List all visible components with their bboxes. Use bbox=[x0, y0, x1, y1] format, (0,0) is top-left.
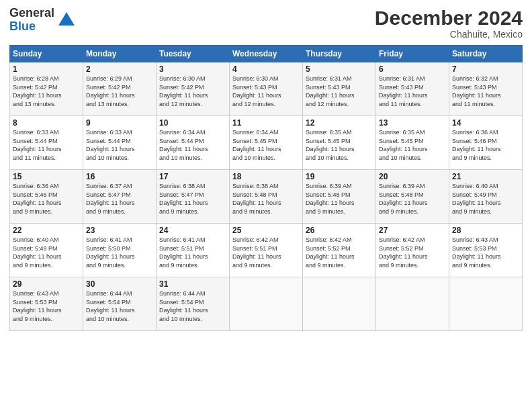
day-number: 18 bbox=[232, 172, 300, 181]
day-number: 10 bbox=[159, 118, 226, 128]
calendar-cell: 14Sunrise: 6:36 AM Sunset: 5:46 PM Dayli… bbox=[449, 116, 523, 170]
subtitle: Chahuite, Mexico bbox=[375, 29, 523, 40]
calendar-week-2: 8Sunrise: 6:33 AM Sunset: 5:44 PM Daylig… bbox=[10, 116, 523, 170]
day-info: Sunrise: 6:41 AM Sunset: 5:50 PM Dayligh… bbox=[86, 236, 153, 269]
day-info: Sunrise: 6:29 AM Sunset: 5:42 PM Dayligh… bbox=[86, 75, 153, 108]
calendar-cell: 26Sunrise: 6:42 AM Sunset: 5:52 PM Dayli… bbox=[303, 224, 376, 277]
day-info: Sunrise: 6:38 AM Sunset: 5:48 PM Dayligh… bbox=[232, 182, 300, 216]
calendar-cell: 21Sunrise: 6:40 AM Sunset: 5:49 PM Dayli… bbox=[449, 170, 523, 224]
day-number: 28 bbox=[452, 226, 519, 235]
col-saturday: Saturday bbox=[449, 46, 523, 62]
day-number: 6 bbox=[379, 64, 446, 74]
day-info: Sunrise: 6:44 AM Sunset: 5:54 PM Dayligh… bbox=[86, 289, 153, 323]
day-info: Sunrise: 6:36 AM Sunset: 5:46 PM Dayligh… bbox=[452, 128, 519, 162]
calendar-cell: 5Sunrise: 6:31 AM Sunset: 5:43 PM Daylig… bbox=[303, 62, 376, 116]
col-sunday: Sunday bbox=[10, 46, 83, 62]
day-number: 15 bbox=[13, 172, 80, 181]
day-number: 7 bbox=[452, 64, 519, 74]
day-info: Sunrise: 6:31 AM Sunset: 5:43 PM Dayligh… bbox=[379, 75, 446, 108]
calendar-cell: 22Sunrise: 6:40 AM Sunset: 5:49 PM Dayli… bbox=[10, 224, 83, 277]
calendar-header-row: Sunday Monday Tuesday Wednesday Thursday… bbox=[10, 46, 523, 62]
day-info: Sunrise: 6:44 AM Sunset: 5:54 PM Dayligh… bbox=[159, 289, 226, 323]
day-info: Sunrise: 6:42 AM Sunset: 5:51 PM Dayligh… bbox=[232, 236, 300, 269]
col-tuesday: Tuesday bbox=[157, 46, 230, 62]
title-section: December 2024 Chahuite, Mexico bbox=[375, 7, 523, 40]
day-number: 4 bbox=[232, 64, 300, 74]
svg-marker-0 bbox=[58, 12, 75, 26]
day-number: 17 bbox=[159, 172, 226, 181]
calendar-week-4: 22Sunrise: 6:40 AM Sunset: 5:49 PM Dayli… bbox=[10, 224, 523, 277]
day-number: 1 bbox=[13, 64, 80, 74]
calendar-cell: 6Sunrise: 6:31 AM Sunset: 5:43 PM Daylig… bbox=[376, 62, 449, 116]
day-info: Sunrise: 6:43 AM Sunset: 5:53 PM Dayligh… bbox=[452, 236, 519, 269]
day-info: Sunrise: 6:38 AM Sunset: 5:47 PM Dayligh… bbox=[159, 182, 226, 216]
day-number: 8 bbox=[13, 118, 80, 128]
day-info: Sunrise: 6:33 AM Sunset: 5:44 PM Dayligh… bbox=[86, 128, 153, 162]
logo-icon bbox=[57, 11, 76, 30]
calendar-week-1: 1Sunrise: 6:28 AM Sunset: 5:42 PM Daylig… bbox=[10, 62, 523, 116]
day-info: Sunrise: 6:42 AM Sunset: 5:52 PM Dayligh… bbox=[379, 236, 446, 269]
day-info: Sunrise: 6:35 AM Sunset: 5:45 PM Dayligh… bbox=[379, 128, 446, 162]
calendar-cell: 15Sunrise: 6:36 AM Sunset: 5:46 PM Dayli… bbox=[10, 170, 83, 224]
day-number: 11 bbox=[232, 118, 300, 128]
calendar-cell: 7Sunrise: 6:32 AM Sunset: 5:43 PM Daylig… bbox=[449, 62, 523, 116]
calendar-cell: 12Sunrise: 6:35 AM Sunset: 5:45 PM Dayli… bbox=[303, 116, 376, 170]
day-info: Sunrise: 6:30 AM Sunset: 5:43 PM Dayligh… bbox=[232, 75, 300, 108]
day-number: 14 bbox=[452, 118, 519, 128]
day-number: 20 bbox=[379, 172, 446, 181]
day-number: 26 bbox=[306, 226, 373, 235]
calendar-cell bbox=[230, 277, 303, 331]
calendar-cell: 2Sunrise: 6:29 AM Sunset: 5:42 PM Daylig… bbox=[83, 62, 157, 116]
day-info: Sunrise: 6:40 AM Sunset: 5:49 PM Dayligh… bbox=[13, 236, 80, 269]
calendar-cell: 4Sunrise: 6:30 AM Sunset: 5:43 PM Daylig… bbox=[230, 62, 303, 116]
calendar-cell: 16Sunrise: 6:37 AM Sunset: 5:47 PM Dayli… bbox=[83, 170, 157, 224]
calendar-cell: 18Sunrise: 6:38 AM Sunset: 5:48 PM Dayli… bbox=[230, 170, 303, 224]
calendar-cell: 28Sunrise: 6:43 AM Sunset: 5:53 PM Dayli… bbox=[449, 224, 523, 277]
calendar-cell bbox=[449, 277, 523, 331]
day-number: 22 bbox=[13, 226, 80, 235]
col-monday: Monday bbox=[83, 46, 157, 62]
logo-general: General bbox=[9, 6, 54, 19]
day-info: Sunrise: 6:28 AM Sunset: 5:42 PM Dayligh… bbox=[13, 75, 80, 108]
day-info: Sunrise: 6:32 AM Sunset: 5:43 PM Dayligh… bbox=[452, 75, 519, 108]
day-number: 16 bbox=[86, 172, 153, 181]
calendar-cell: 19Sunrise: 6:39 AM Sunset: 5:48 PM Dayli… bbox=[303, 170, 376, 224]
calendar-cell: 20Sunrise: 6:39 AM Sunset: 5:48 PM Dayli… bbox=[376, 170, 449, 224]
day-info: Sunrise: 6:34 AM Sunset: 5:44 PM Dayligh… bbox=[159, 128, 226, 162]
day-info: Sunrise: 6:39 AM Sunset: 5:48 PM Dayligh… bbox=[306, 182, 373, 216]
day-number: 30 bbox=[86, 279, 153, 289]
calendar-cell: 11Sunrise: 6:34 AM Sunset: 5:45 PM Dayli… bbox=[230, 116, 303, 170]
day-info: Sunrise: 6:35 AM Sunset: 5:45 PM Dayligh… bbox=[306, 128, 373, 162]
calendar-cell: 24Sunrise: 6:41 AM Sunset: 5:51 PM Dayli… bbox=[157, 224, 230, 277]
day-info: Sunrise: 6:36 AM Sunset: 5:46 PM Dayligh… bbox=[13, 182, 80, 216]
calendar-cell: 17Sunrise: 6:38 AM Sunset: 5:47 PM Dayli… bbox=[157, 170, 230, 224]
day-number: 29 bbox=[13, 279, 80, 289]
day-info: Sunrise: 6:42 AM Sunset: 5:52 PM Dayligh… bbox=[306, 236, 373, 269]
day-number: 31 bbox=[159, 279, 226, 289]
calendar-week-5: 29Sunrise: 6:43 AM Sunset: 5:53 PM Dayli… bbox=[10, 277, 523, 331]
day-number: 27 bbox=[379, 226, 446, 235]
calendar-cell: 13Sunrise: 6:35 AM Sunset: 5:45 PM Dayli… bbox=[376, 116, 449, 170]
day-info: Sunrise: 6:40 AM Sunset: 5:49 PM Dayligh… bbox=[452, 182, 519, 216]
page-container: General Blue December 2024 Chahuite, Mex… bbox=[0, 0, 532, 411]
calendar-week-3: 15Sunrise: 6:36 AM Sunset: 5:46 PM Dayli… bbox=[10, 170, 523, 224]
calendar-cell: 27Sunrise: 6:42 AM Sunset: 5:52 PM Dayli… bbox=[376, 224, 449, 277]
calendar-cell: 8Sunrise: 6:33 AM Sunset: 5:44 PM Daylig… bbox=[10, 116, 83, 170]
day-info: Sunrise: 6:33 AM Sunset: 5:44 PM Dayligh… bbox=[13, 128, 80, 162]
col-wednesday: Wednesday bbox=[230, 46, 303, 62]
calendar-cell: 10Sunrise: 6:34 AM Sunset: 5:44 PM Dayli… bbox=[157, 116, 230, 170]
calendar-cell: 1Sunrise: 6:28 AM Sunset: 5:42 PM Daylig… bbox=[10, 62, 83, 116]
calendar-table: Sunday Monday Tuesday Wednesday Thursday… bbox=[9, 45, 523, 331]
logo-blue: Blue bbox=[9, 19, 36, 33]
col-thursday: Thursday bbox=[303, 46, 376, 62]
header: General Blue December 2024 Chahuite, Mex… bbox=[9, 7, 523, 40]
day-number: 24 bbox=[159, 226, 226, 235]
calendar-cell: 25Sunrise: 6:42 AM Sunset: 5:51 PM Dayli… bbox=[230, 224, 303, 277]
day-number: 5 bbox=[306, 64, 373, 74]
day-number: 2 bbox=[86, 64, 153, 74]
calendar-cell: 29Sunrise: 6:43 AM Sunset: 5:53 PM Dayli… bbox=[10, 277, 83, 331]
day-info: Sunrise: 6:31 AM Sunset: 5:43 PM Dayligh… bbox=[306, 75, 373, 108]
day-number: 3 bbox=[159, 64, 226, 74]
day-info: Sunrise: 6:39 AM Sunset: 5:48 PM Dayligh… bbox=[379, 182, 446, 216]
calendar-cell: 31Sunrise: 6:44 AM Sunset: 5:54 PM Dayli… bbox=[157, 277, 230, 331]
